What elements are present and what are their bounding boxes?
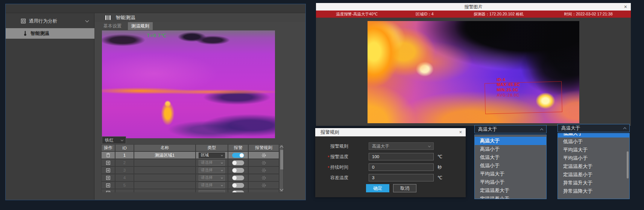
alarm-toggle[interactable] <box>232 175 244 180</box>
dropdown-option[interactable]: 定温温差小于 <box>558 171 629 179</box>
add-icon[interactable] <box>106 168 110 172</box>
rule-type-dropdown-a[interactable]: 高温大于 <box>474 125 547 133</box>
row-name <box>134 181 196 189</box>
dropdown-option[interactable]: 低温小于 <box>558 137 629 146</box>
dropdown-option[interactable]: 平均温大于 <box>558 146 629 154</box>
dropdown-option[interactable]: 定温温差大于 <box>558 162 629 171</box>
table-row[interactable]: 4 请选择 <box>101 174 279 181</box>
alarm-toggle[interactable] <box>232 183 244 188</box>
tolerance-temperature-input[interactable] <box>369 174 434 181</box>
chevron-down-icon[interactable] <box>85 19 89 23</box>
tab-basic-settings[interactable]: 基本设置 <box>100 22 125 30</box>
gear-icon[interactable] <box>261 153 266 158</box>
thermal-preview-image[interactable]: T=9.7℃ <box>102 30 275 138</box>
palette-select[interactable]: 铁红 <box>102 136 126 144</box>
region-table: 操作 ID 名称 类型 报警 报警规则 1 测温区域1 区域 <box>101 144 279 192</box>
type-select: 请选择 <box>199 160 225 166</box>
alarm-temperature-input[interactable] <box>369 153 434 160</box>
sidebar-item-smart-thermometry[interactable]: 智能测温 <box>6 28 94 39</box>
gear-icon <box>261 168 266 173</box>
scrollbar-thumb[interactable] <box>627 151 629 178</box>
sidebar-item-behavior-analysis[interactable]: 通用行为分析 <box>6 16 94 26</box>
type-select[interactable]: 区域 <box>199 153 225 158</box>
chevron-down-icon <box>221 162 223 164</box>
table-row[interactable]: 5 请选择 <box>101 181 279 189</box>
panel-title: 智能测温 <box>116 14 135 21</box>
alarm-toggle[interactable] <box>232 160 244 165</box>
chevron-down-icon <box>221 184 223 186</box>
scrollbar-thumb[interactable] <box>280 150 283 169</box>
col-operation: 操作 <box>101 144 115 151</box>
add-icon[interactable] <box>106 176 110 180</box>
chevron-down-icon <box>428 144 431 147</box>
dropdown-option[interactable]: 高温小于 <box>475 145 546 153</box>
field-label: 报警温度 <box>330 154 354 160</box>
dropdown-option[interactable]: 平均温大于 <box>475 170 546 178</box>
row-id: 1 <box>115 151 134 159</box>
dropdown-option[interactable]: 异常温升大于 <box>558 179 629 187</box>
add-icon[interactable] <box>106 161 110 165</box>
rule-type-dropdown-b[interactable]: 高温大于 <box>557 124 630 132</box>
delete-icon[interactable] <box>106 153 110 157</box>
close-icon[interactable]: × <box>624 3 627 11</box>
dropdown-option-partial[interactable]: 低温大于 <box>558 133 629 137</box>
dropdown-option[interactable]: 定温温差小于 <box>475 195 546 199</box>
palette-value: 铁红 <box>105 137 114 143</box>
table-header-row: 操作 ID 名称 类型 报警 报警规则 <box>101 144 279 151</box>
alarm-banner-region: 区域ID：4 <box>398 12 451 17</box>
sidebar: 通用行为分析 智能测温 <box>6 13 94 200</box>
dropdown-option[interactable]: 异常温降大于 <box>558 187 629 195</box>
temperature-overlay-text: T=9.7℃ <box>147 33 167 38</box>
gear-icon <box>261 175 266 180</box>
dropdown-option[interactable]: 低温大于 <box>475 153 546 162</box>
behavior-analysis-icon <box>21 18 26 24</box>
col-id: ID <box>115 144 134 151</box>
rule-type-select: 高温大于 <box>369 142 434 150</box>
scroll-down-icon[interactable] <box>280 187 284 191</box>
tab-thermometry-rules[interactable]: 测温规则 <box>128 22 153 30</box>
dropdown-option[interactable]: 平均温小于 <box>475 178 546 186</box>
main-panel: 智能测温 基本设置 测温规则 T=9.7℃ 铁红 操作 ID 名称 类型 <box>95 13 305 200</box>
dropdown-option[interactable]: 高温大于 <box>475 137 546 145</box>
table-row[interactable]: 1 测温区域1 区域 <box>101 151 279 159</box>
rule-type-options-a: 高温大于 高温小于 低温大于 低温小于 平均温大于 平均温小于 定温温差大于 定… <box>474 134 547 199</box>
alarm-banner: 温度报警-高温大于40℃ 区域ID：4 探测器：172.20.20.102 相机… <box>316 11 631 18</box>
cancel-button[interactable]: 取消 <box>393 184 416 192</box>
dialog-titlebar: 报警图片 × <box>316 3 631 11</box>
field-tolerance-temperature: 容差温度 ℃ <box>328 174 442 181</box>
chevron-down-icon <box>121 138 123 141</box>
dropdown-option[interactable]: 低温小于 <box>475 162 546 170</box>
menu-bars-icon[interactable] <box>105 15 111 20</box>
type-select: 请选择 <box>199 183 225 188</box>
table-row[interactable]: 3 请选择 <box>101 166 279 174</box>
table-scrollbar[interactable] <box>279 144 284 192</box>
alarm-toggle[interactable] <box>232 168 244 173</box>
table-row[interactable]: 2 请选择 <box>101 159 279 166</box>
duration-input[interactable] <box>369 163 434 171</box>
alarm-region-readout: ID:4 MAX:45.8C MIN:25.0C AVG:28.0C <box>497 77 520 98</box>
alarm-image-area: ID:4 MAX:45.8C MIN:25.0C AVG:28.0C <box>316 18 631 126</box>
dialog-title: 报警规则 <box>320 129 339 136</box>
close-icon[interactable]: × <box>459 128 462 136</box>
row-id: 5 <box>115 181 134 189</box>
dropdown-option[interactable]: 定温温差大于 <box>475 186 546 195</box>
alarm-toggle[interactable] <box>232 153 244 158</box>
field-label: 报警规则 <box>330 143 354 150</box>
alarm-banner-type: 温度报警-高温大于40℃ <box>316 12 398 17</box>
add-icon[interactable] <box>106 183 110 187</box>
alarm-image-window: 报警图片 × 温度报警-高温大于40℃ 区域ID：4 探测器：172.20.20… <box>316 3 631 126</box>
dialog-title: 报警图片 <box>316 4 631 10</box>
row-id: 2 <box>115 159 134 166</box>
col-type: 类型 <box>196 144 228 151</box>
ok-button[interactable]: 确定 <box>366 184 389 192</box>
type-select: 请选择 <box>199 168 225 173</box>
chevron-up-icon <box>540 128 543 131</box>
alarm-thermal-image: ID:4 MAX:45.8C MIN:25.0C AVG:28.0C <box>368 21 579 123</box>
field-alarm-rule: 报警规则 高温大于 <box>328 142 434 150</box>
alarm-banner-detector: 探测器：172.20.20.102 相机 <box>451 12 546 17</box>
alarm-banner-time: 时间：2022-03-02 17:21:38 <box>546 12 631 17</box>
row-name <box>134 174 196 181</box>
scroll-up-icon[interactable] <box>280 146 284 150</box>
dropdown-option[interactable]: 平均温小于 <box>558 154 629 162</box>
panel-header: 智能测温 <box>95 13 305 22</box>
